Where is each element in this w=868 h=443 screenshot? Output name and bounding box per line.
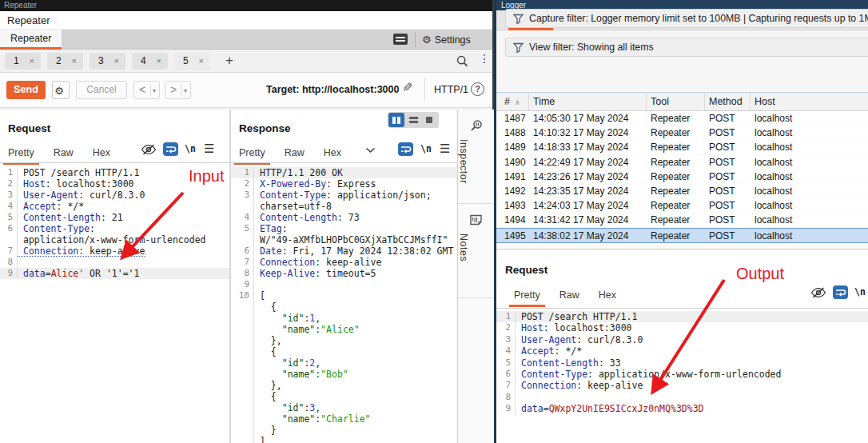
- editor-line[interactable]: 4Accept: */*: [496, 345, 868, 357]
- tab-hex[interactable]: Hex: [93, 146, 110, 160]
- editor-line[interactable]: 2X-Powered-By: Express: [231, 178, 457, 190]
- hide-nonprinting-icon[interactable]: [141, 144, 157, 155]
- editor-line[interactable]: "id":1,: [231, 313, 457, 324]
- editor-line[interactable]: "name":"Bob": [231, 369, 457, 380]
- newline-toggle-icon[interactable]: \n: [185, 142, 196, 156]
- log-row-1490[interactable]: 149014:22:49 17 May 2024RepeaterPOSTloca…: [496, 155, 868, 170]
- tab-raw[interactable]: Raw: [285, 146, 305, 160]
- editor-line[interactable]: 9data=Alice' OR '1'='1: [0, 268, 229, 279]
- forward-button[interactable]: >▾: [165, 81, 191, 99]
- layout-single-button[interactable]: [421, 113, 437, 127]
- log-row-1492[interactable]: 149214:23:35 17 May 2024RepeaterPOSTloca…: [496, 184, 868, 198]
- repeater-tab-4[interactable]: 4×: [132, 53, 168, 70]
- tab-raw[interactable]: Raw: [54, 146, 74, 160]
- newline-toggle-icon[interactable]: \n: [854, 285, 866, 299]
- search-icon[interactable]: [456, 55, 468, 67]
- layout-columns-button[interactable]: [388, 113, 404, 127]
- column-header-time[interactable]: Time: [529, 93, 647, 110]
- help-icon[interactable]: ?: [471, 82, 484, 96]
- editor-line[interactable]: 3Content-Type: application/json;: [231, 190, 457, 201]
- menu-icon[interactable]: ☰: [204, 142, 214, 156]
- log-row-1495[interactable]: 149514:38:02 17 May 2024RepeaterPOSTloca…: [496, 228, 868, 243]
- soft-wrap-icon[interactable]: [833, 285, 848, 299]
- tab-hex[interactable]: Hex: [599, 288, 616, 302]
- more-options-icon[interactable]: ⋮: [479, 52, 490, 65]
- http-version[interactable]: HTTP/1: [434, 81, 468, 99]
- editor-line[interactable]: 5Content-Length: 21: [0, 212, 229, 223]
- capture-filter-bar[interactable]: Capture filter: Logger memory limit set …: [505, 9, 868, 28]
- editor-line[interactable]: 8Keep-Alive: timeout=5: [231, 268, 457, 279]
- editor-line[interactable]: 4Content-Length: 73: [231, 212, 457, 223]
- editor-line[interactable]: "name":"Charlie": [231, 413, 457, 425]
- edit-target-icon[interactable]: ✎: [402, 80, 412, 95]
- settings-button[interactable]: ⚙Settings: [422, 30, 471, 50]
- view-filter-bar[interactable]: View filter: Showing all items: [505, 38, 868, 57]
- column-header-tool[interactable]: Tool: [647, 93, 705, 110]
- close-tab-icon[interactable]: ×: [157, 53, 161, 70]
- editor-line[interactable]: 5ETag:: [231, 223, 457, 234]
- editor-line[interactable]: 2Host: localhost:3000: [496, 322, 868, 333]
- tab-pretty[interactable]: Pretty: [514, 288, 540, 302]
- editor-line[interactable]: 8: [0, 257, 229, 268]
- editor-line[interactable]: 3User-Agent: curl/8.3.0: [496, 334, 868, 345]
- layout-rows-button[interactable]: [405, 113, 421, 127]
- tab-raw[interactable]: Raw: [559, 288, 579, 302]
- close-tab-icon[interactable]: ×: [30, 53, 34, 70]
- log-row-1487[interactable]: 148714:05:30 17 May 2024RepeaterPOSTloca…: [496, 111, 868, 126]
- editor-line[interactable]: {: [231, 301, 457, 313]
- editor-line[interactable]: },: [231, 335, 457, 346]
- editor-line[interactable]: 7Connection: keep-alive: [0, 245, 229, 257]
- editor-line[interactable]: 6Content-Type:: [0, 223, 229, 234]
- column-header-num[interactable]: #∧: [496, 93, 529, 110]
- send-button[interactable]: Send: [6, 81, 46, 99]
- close-tab-icon[interactable]: ×: [114, 53, 119, 70]
- chevron-down-icon[interactable]: [365, 147, 376, 154]
- editor-line[interactable]: 9data=QWxpY2UnIE9SICcxJz0nMQ%3D%3D: [496, 403, 868, 414]
- editor-line[interactable]: 1HTTP/1.1 200 OK: [231, 167, 457, 178]
- editor-line[interactable]: }: [231, 425, 457, 436]
- sidebar-tab-inspector[interactable]: Inspector: [458, 110, 494, 204]
- editor-line[interactable]: "name":"Alice": [231, 324, 457, 335]
- log-row-1489[interactable]: 148914:18:33 17 May 2024RepeaterPOSTloca…: [496, 140, 868, 154]
- repeater-tab-1[interactable]: 1×: [5, 53, 41, 70]
- hide-nonprinting-icon[interactable]: [810, 287, 826, 298]
- tab-repeater[interactable]: Repeater: [0, 30, 62, 50]
- editor-line[interactable]: 4Accept: */*: [0, 201, 229, 212]
- editor-line[interactable]: 10[: [231, 290, 457, 301]
- log-row-1491[interactable]: 149114:23:26 17 May 2024RepeaterPOSTloca…: [496, 170, 868, 184]
- editor-line[interactable]: 6Content-Type: application/x-www-form-ur…: [496, 369, 868, 380]
- editor-line[interactable]: 9: [231, 279, 457, 290]
- column-header-host[interactable]: Host: [751, 93, 868, 110]
- tab-pretty[interactable]: Pretty: [239, 146, 265, 160]
- log-row-1488[interactable]: 148814:10:32 17 May 2024RepeaterPOSTloca…: [496, 126, 868, 140]
- window-menu-icon[interactable]: [393, 34, 408, 45]
- editor-line[interactable]: 8: [496, 392, 868, 403]
- close-tab-icon[interactable]: ×: [72, 53, 77, 70]
- editor-line[interactable]: 6Date: Fri, 17 May 2024 12:38:02 GMT: [231, 245, 457, 257]
- log-row-1493[interactable]: 149314:24:03 17 May 2024RepeaterPOSTloca…: [496, 198, 868, 213]
- editor-line[interactable]: ]: [231, 436, 457, 443]
- close-tab-icon[interactable]: ×: [199, 53, 204, 70]
- soft-wrap-icon[interactable]: [398, 142, 413, 156]
- editor-line[interactable]: W/"49-aXMfbLHOPbC0GXjXaTbCCJMsffI": [231, 234, 457, 245]
- add-tab-button[interactable]: +: [222, 52, 237, 70]
- newline-toggle-icon[interactable]: \n: [420, 142, 432, 156]
- back-button[interactable]: <▾: [133, 81, 160, 99]
- editor-line[interactable]: "id":3,: [231, 402, 457, 413]
- request-settings-button[interactable]: ⚙: [52, 81, 70, 99]
- editor-line[interactable]: },: [231, 380, 457, 391]
- tab-hex[interactable]: Hex: [324, 146, 341, 160]
- editor-line[interactable]: 7Connection: keep-alive: [231, 257, 457, 268]
- editor-line[interactable]: 7Connection: keep-alive: [496, 380, 868, 391]
- editor-line[interactable]: 5Content-Length: 33: [496, 357, 868, 369]
- editor-line[interactable]: {: [231, 391, 457, 402]
- logger-request-editor[interactable]: 1POST /search HTTP/1.12Host: localhost:3…: [496, 309, 868, 443]
- editor-line[interactable]: application/x-www-form-urlencoded: [0, 234, 229, 245]
- cancel-button[interactable]: Cancel: [76, 81, 127, 99]
- repeater-tab-5[interactable]: 5×: [174, 53, 210, 70]
- repeater-tab-3[interactable]: 3×: [90, 53, 125, 70]
- response-editor[interactable]: 1HTTP/1.1 200 OK2X-Powered-By: Express3C…: [231, 163, 457, 443]
- soft-wrap-icon[interactable]: [163, 142, 178, 156]
- editor-line[interactable]: 1POST /search HTTP/1.1: [496, 311, 868, 322]
- repeater-tab-2[interactable]: 2×: [47, 53, 83, 70]
